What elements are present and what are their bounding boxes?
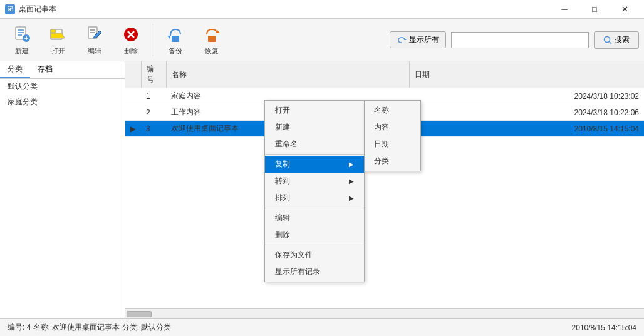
open-button[interactable]: 打开 [41,23,75,58]
maximize-button[interactable]: □ [580,0,609,19]
edit-icon [85,24,105,44]
delete-label: 删除 [124,46,138,56]
row-arrow [125,88,141,104]
scrollbar-thumb[interactable] [127,311,152,317]
refresh-icon [397,35,407,45]
sidebar-item-default[interactable]: 默认分类 [0,79,125,94]
backup-button[interactable]: 备份 [158,23,192,58]
show-all-label: 显示所有 [409,34,439,45]
ctx-sort-label: 排列 [275,193,290,203]
sub-menu: 名称 内容 日期 分类 [365,100,421,171]
row-num-selected: 3 [141,121,166,137]
table-scroll[interactable]: 编号 名称 日期 1 家庭内容 2024/3/18 10:23:02 2 [125,61,644,308]
ctx-goto-arrow: ▶ [349,178,354,185]
sidebar-item-family[interactable]: 家庭分类 [0,94,125,110]
row-date: 2024/3/18 10:23:02 [410,88,644,104]
backup-icon [165,24,185,44]
backup-label: 备份 [169,46,182,56]
ctx-rename[interactable]: 重命名 [265,136,364,153]
content-area: 编号 名称 日期 1 家庭内容 2024/3/18 10:23:02 2 [125,61,644,318]
ctx-delete[interactable]: 删除 [265,227,364,243]
ctx-sort[interactable]: 排列 ▶ [265,190,364,206]
row-arrow-selected: ▶ [125,121,141,137]
window-title: 桌面记事本 [19,4,56,14]
col-date-header: 日期 [410,61,644,88]
ctx-copy[interactable]: 复制 ▶ [265,156,364,173]
svg-marker-15 [167,36,170,39]
toolbar-right: 显示所有 搜索 [390,31,639,49]
toolbar: 新建 打开 编辑 [0,19,644,61]
row-num: 2 [141,104,166,121]
ctx-sep3 [265,245,364,245]
row-date: 2024/3/18 10:22:06 [410,104,644,121]
svg-rect-18 [208,36,216,42]
col-arrow [125,61,141,88]
edit-button[interactable]: 编辑 [78,23,112,58]
ctx-edit[interactable]: 编辑 [265,210,364,227]
ctx-copy-arrow: ▶ [349,161,354,168]
search-input[interactable] [451,32,589,48]
ctx-open[interactable]: 打开 [265,102,364,119]
delete-button[interactable]: 删除 [114,23,148,58]
context-menu: 打开 新建 重命名 复制 ▶ 转到 ▶ 排列 ▶ 编辑 删除 保存为文件 显示所… [264,100,365,282]
search-button[interactable]: 搜索 [594,31,639,49]
open-label: 打开 [51,46,65,56]
row-date-selected: 2010/8/15 14:15:04 [410,121,644,137]
title-bar-left: 记 桌面记事本 [5,4,56,14]
svg-marker-17 [217,29,220,33]
new-button[interactable]: 新建 [5,23,39,58]
ctx-goto-label: 转到 [275,176,290,186]
svg-rect-16 [172,36,179,42]
sidebar-tabs: 分类 存档 [0,61,125,79]
status-left: 编号: 4 名称: 欢迎使用桌面记事本 分类: 默认分类 [8,322,171,333]
ctx-sep2 [265,208,364,208]
status-bar: 编号: 4 名称: 欢迎使用桌面记事本 分类: 默认分类 2010/8/15 1… [0,318,644,336]
search-icon [603,36,612,44]
delete-icon [121,24,141,44]
sub-date[interactable]: 日期 [365,136,420,153]
restore-label: 恢复 [205,46,219,56]
close-button[interactable]: ✕ [610,0,639,19]
svg-line-21 [610,41,612,44]
svg-point-20 [605,36,610,42]
restore-button[interactable]: 恢复 [195,23,229,58]
minimize-button[interactable]: ─ [550,0,579,19]
horizontal-scrollbar[interactable] [125,308,644,318]
toolbar-separator [153,24,153,56]
new-icon [12,24,32,44]
new-label: 新建 [15,46,29,56]
ctx-sep1 [265,154,364,155]
window-controls: ─ □ ✕ [550,0,639,19]
title-bar: 记 桌面记事本 ─ □ ✕ [0,0,644,19]
ctx-save-as-file[interactable]: 保存为文件 [265,247,364,263]
main-layout: 分类 存档 默认分类 家庭分类 编号 名称 日期 [0,61,644,318]
tab-category[interactable]: 分类 [0,61,30,78]
status-right: 2010/8/15 14:15:04 [572,323,636,332]
ctx-new[interactable]: 新建 [265,119,364,136]
row-arrow [125,104,141,121]
tab-archive[interactable]: 存档 [30,61,60,78]
restore-icon [202,24,222,44]
app-icon: 记 [5,4,15,14]
open-icon [48,24,68,44]
search-label: 搜索 [615,34,630,45]
sub-content[interactable]: 内容 [365,119,420,136]
sub-name[interactable]: 名称 [365,102,420,119]
edit-label: 编辑 [88,46,101,56]
svg-marker-19 [405,38,407,40]
ctx-copy-label: 复制 [275,159,290,170]
ctx-show-all-records[interactable]: 显示所有记录 [265,263,364,280]
col-name-header: 名称 [166,61,410,88]
svg-rect-8 [51,29,56,33]
ctx-sort-arrow: ▶ [349,195,354,201]
col-num-header: 编号 [141,61,166,88]
sidebar: 分类 存档 默认分类 家庭分类 [0,61,125,318]
row-num: 1 [141,88,166,104]
show-all-button[interactable]: 显示所有 [390,31,446,48]
ctx-goto[interactable]: 转到 ▶ [265,173,364,190]
sub-category[interactable]: 分类 [365,153,420,170]
